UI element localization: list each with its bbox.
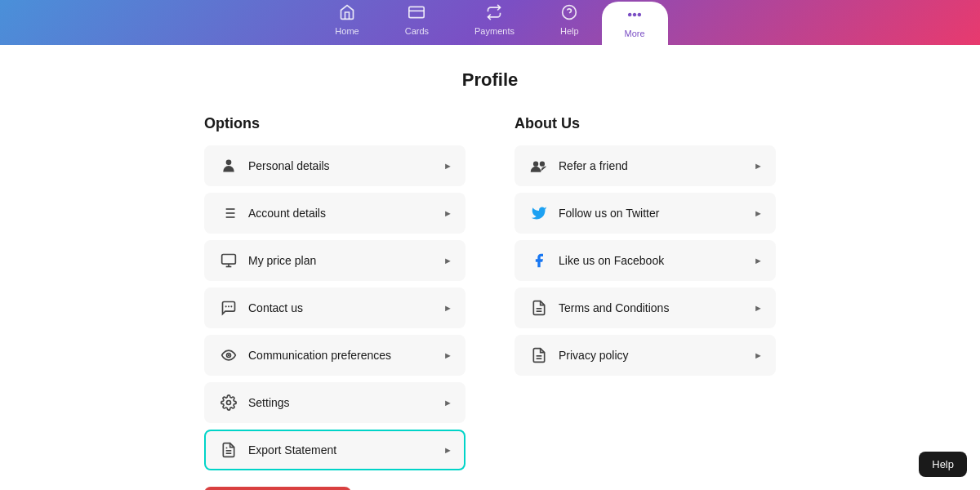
export-statement-item[interactable]: Export Statement ► [204, 430, 466, 470]
chevron-right-icon: ► [754, 208, 763, 218]
chevron-right-icon: ► [443, 161, 452, 171]
chevron-right-icon: ► [443, 208, 452, 218]
chevron-right-icon: ► [443, 445, 452, 455]
about-title: About Us [514, 115, 776, 132]
svg-point-6 [639, 14, 641, 16]
nav-tab-more-label: More [625, 29, 645, 38]
cards-icon [408, 4, 425, 24]
svg-point-23 [540, 162, 545, 167]
nav-tab-cards[interactable]: Cards [382, 0, 452, 46]
content-area: Options Personal details ► Account detai… [102, 115, 878, 490]
chevron-right-icon: ► [754, 256, 763, 265]
facebook-icon [528, 252, 550, 269]
refer-icon [528, 158, 550, 174]
logout-button[interactable]: Logout [204, 487, 351, 490]
eye-icon [217, 347, 240, 363]
svg-point-4 [629, 14, 631, 16]
options-title: Options [204, 115, 466, 132]
chevron-right-icon: ► [754, 161, 763, 171]
options-column: Options Personal details ► Account detai… [204, 115, 466, 490]
more-icon [626, 7, 643, 27]
chevron-right-icon: ► [443, 398, 452, 408]
nav-tab-payments[interactable]: Payments [452, 0, 537, 46]
list-icon [217, 205, 240, 221]
nav-tab-help-label: Help [560, 26, 579, 36]
my-price-plan-item[interactable]: My price plan ► [204, 240, 466, 281]
terms-label: Terms and Conditions [559, 301, 747, 314]
help-icon [561, 4, 577, 24]
home-icon [339, 4, 355, 24]
gear-icon [217, 394, 240, 411]
personal-details-label: Personal details [248, 159, 437, 172]
payments-icon [486, 4, 502, 24]
personal-details-item[interactable]: Personal details ► [204, 145, 466, 186]
export-statement-label: Export Statement [248, 443, 437, 457]
nav-tab-payments-label: Payments [474, 26, 514, 36]
nav-tab-home[interactable]: Home [312, 0, 381, 46]
nav-tab-more[interactable]: More [602, 2, 668, 48]
communication-preferences-label: Communication preferences [248, 349, 437, 362]
contact-us-label: Contact us [248, 301, 437, 314]
twitter-label: Follow us on Twitter [559, 207, 747, 220]
chevron-right-icon: ► [754, 350, 763, 360]
main-content: Profile Options Personal details ► Accou… [0, 45, 980, 490]
facebook-label: Like us on Facebook [559, 254, 747, 267]
refer-friend-label: Refer a friend [559, 159, 747, 172]
privacy-label: Privacy policy [559, 349, 747, 362]
svg-point-18 [228, 354, 230, 357]
chevron-right-icon: ► [443, 350, 452, 360]
svg-rect-0 [409, 7, 424, 17]
settings-item[interactable]: Settings ► [204, 382, 466, 423]
document-icon [217, 442, 240, 458]
communication-preferences-item[interactable]: Communication preferences ► [204, 335, 466, 376]
chevron-right-icon: ► [443, 303, 452, 313]
person-icon [217, 158, 240, 174]
about-column: About Us Refer a friend ► Follow us on T… [514, 115, 776, 490]
account-details-label: Account details [248, 207, 437, 220]
svg-point-19 [227, 401, 231, 405]
page-title: Profile [16, 69, 964, 91]
my-price-plan-label: My price plan [248, 254, 437, 267]
twitter-icon [528, 205, 550, 221]
nav-tab-home-label: Home [335, 26, 359, 36]
svg-point-7 [226, 160, 232, 166]
navigation: Home Cards Payments Help More [312, 0, 667, 46]
svg-point-5 [634, 14, 636, 16]
svg-point-22 [533, 162, 538, 167]
privacy-icon [528, 347, 550, 363]
chevron-right-icon: ► [754, 303, 763, 313]
svg-rect-14 [222, 255, 236, 265]
privacy-item[interactable]: Privacy policy ► [514, 335, 776, 376]
help-button[interactable]: Help [919, 452, 967, 477]
nav-tab-cards-label: Cards [405, 26, 429, 36]
twitter-item[interactable]: Follow us on Twitter ► [514, 193, 776, 234]
terms-icon [528, 300, 550, 316]
nav-tab-help[interactable]: Help [537, 0, 602, 46]
header: Home Cards Payments Help More [0, 0, 980, 45]
monitor-icon [217, 252, 240, 269]
account-details-item[interactable]: Account details ► [204, 193, 466, 234]
facebook-item[interactable]: Like us on Facebook ► [514, 240, 776, 281]
chat-icon [217, 300, 240, 316]
refer-friend-item[interactable]: Refer a friend ► [514, 145, 776, 186]
chevron-right-icon: ► [443, 256, 452, 265]
settings-label: Settings [248, 396, 437, 409]
terms-item[interactable]: Terms and Conditions ► [514, 287, 776, 328]
contact-us-item[interactable]: Contact us ► [204, 287, 466, 328]
